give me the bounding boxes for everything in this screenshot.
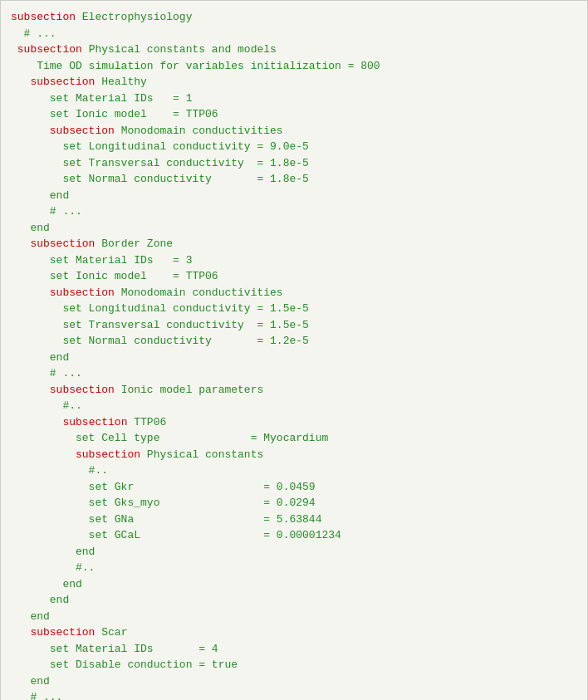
keyword-span: subsection [30, 626, 95, 639]
keyword-span: subsection [17, 43, 82, 56]
code-line: set Cell type = Myocardium [11, 430, 577, 447]
rest-span: Physical constants and models [82, 43, 277, 56]
code-line: set Longitudinal conductivity = 9.0e-5 [11, 139, 577, 155]
code-line: # ... [11, 26, 577, 42]
code-line: set Ionic model = TTP06 [11, 106, 577, 123]
rest-span: Scar [95, 626, 127, 639]
text-span: set Transversal conductivity = 1.8e-5 [11, 157, 309, 169]
code-line: set Ionic model = TTP06 [11, 268, 577, 285]
code-line: subsection Healthy [11, 74, 577, 91]
rest-span: Healthy [95, 76, 146, 88]
code-line: set GNa = 5.63844 [11, 512, 577, 528]
code-line: # ... [11, 365, 577, 382]
keyword-span: subsection [11, 11, 76, 23]
text-span: end [11, 610, 50, 623]
code-line: set Transversal conductivity = 1.5e-5 [11, 317, 577, 334]
text-span: end [11, 546, 95, 558]
code-line: end [11, 544, 577, 560]
code-line: #.. [11, 560, 577, 576]
text-span: Time OD simulation for variables initial… [11, 60, 380, 72]
text-span: set GNa = 5.63844 [11, 513, 321, 526]
code-line: subsection Physical constants [11, 447, 577, 463]
text-span: set Material IDs = 4 [11, 643, 218, 655]
text-span: set Normal conductivity = 1.2e-5 [11, 335, 309, 347]
text-span: end [11, 675, 50, 688]
keyword-span: subsection [30, 237, 95, 250]
text-span: set Longitudinal conductivity = 9.0e-5 [11, 140, 309, 153]
text-span: set Material IDs = 1 [11, 92, 192, 105]
code-line: subsection TTP06 [11, 414, 577, 431]
rest-span: Electrophysiology [76, 11, 192, 23]
text-span: set GCaL = 0.00001234 [11, 529, 341, 541]
code-line: subsection Border Zone [11, 236, 577, 252]
code-line: set Longitudinal conductivity = 1.5e-5 [11, 301, 577, 317]
code-line: end [11, 188, 577, 204]
code-line: subsection Monodomain conductivities [11, 123, 577, 140]
code-line: end [11, 673, 577, 690]
code-line: set Gks_myo = 0.0294 [11, 495, 577, 512]
text-span: #.. [11, 561, 95, 574]
rest-span: TTP06 [127, 416, 166, 428]
text-span: set Cell type = Myocardium [11, 432, 328, 444]
text-span: set Ionic model = TTP06 [11, 270, 218, 282]
code-line: subsection Scar [11, 624, 577, 641]
code-line: end [11, 592, 577, 609]
code-line: set Material IDs = 1 [11, 91, 577, 107]
code-container: subsection Electrophysiology # ... subse… [0, 0, 588, 700]
code-line: subsection Monodomain conductivities [11, 285, 577, 301]
code-line: end [11, 609, 577, 625]
code-line: Time OD simulation for variables initial… [11, 58, 577, 75]
code-line: # ... [11, 689, 577, 700]
text-span: # ... [11, 205, 82, 218]
keyword-span: subsection [50, 125, 115, 137]
code-line: set Transversal conductivity = 1.8e-5 [11, 155, 577, 172]
text-span: set Gks_myo = 0.0294 [11, 497, 316, 509]
code-line: set Normal conductivity = 1.2e-5 [11, 333, 577, 350]
keyword-span: subsection [50, 286, 115, 299]
text-span: set Ionic model = TTP06 [11, 108, 218, 120]
text-span: set Transversal conductivity = 1.5e-5 [11, 319, 309, 331]
code-line: #.. [11, 398, 577, 414]
code-line: set GCaL = 0.00001234 [11, 527, 577, 544]
rest-span: Physical constants [140, 448, 263, 461]
code-line: # ... [11, 203, 577, 220]
keyword-span: subsection [76, 448, 140, 461]
text-span: end [11, 594, 69, 606]
text-span: end [11, 222, 50, 234]
code-line: set Gkr = 0.0459 [11, 479, 577, 496]
code-line: subsection Physical constants and models [11, 42, 577, 58]
text-span: # ... [11, 367, 82, 379]
rest-span: Monodomain conductivities [115, 125, 283, 137]
code-block: subsection Electrophysiology # ... subse… [11, 9, 577, 700]
code-line: end [11, 350, 577, 366]
keyword-span: subsection [50, 384, 115, 396]
text-span: #.. [11, 399, 82, 412]
code-line: set Material IDs = 3 [11, 252, 577, 269]
text-span: set Material IDs = 3 [11, 254, 192, 267]
code-line: subsection Electrophysiology [11, 9, 577, 26]
code-line: set Material IDs = 4 [11, 641, 577, 658]
code-line: subsection Ionic model parameters [11, 382, 577, 399]
rest-span: Monodomain conductivities [115, 286, 283, 299]
text-span: #.. [11, 464, 108, 477]
text-span: end [11, 351, 69, 364]
text-span: set Longitudinal conductivity = 1.5e-5 [11, 302, 309, 315]
rest-span: Border Zone [95, 237, 173, 250]
code-line: end [11, 576, 577, 593]
keyword-span: subsection [62, 416, 127, 428]
code-line: set Normal conductivity = 1.8e-5 [11, 171, 577, 188]
text-span: set Gkr = 0.0459 [11, 481, 316, 493]
text-span: set Normal conductivity = 1.8e-5 [11, 173, 309, 185]
keyword-span: subsection [30, 76, 95, 88]
text-span: end [11, 578, 82, 590]
text-span: end [11, 189, 69, 202]
code-line: end [11, 220, 577, 237]
text-span: set Disable conduction = true [11, 658, 238, 671]
text-span: # ... [11, 691, 62, 700]
code-line: set Disable conduction = true [11, 657, 577, 673]
code-line: #.. [11, 463, 577, 479]
text-span: # ... [11, 27, 56, 40]
rest-span: Ionic model parameters [115, 384, 263, 396]
